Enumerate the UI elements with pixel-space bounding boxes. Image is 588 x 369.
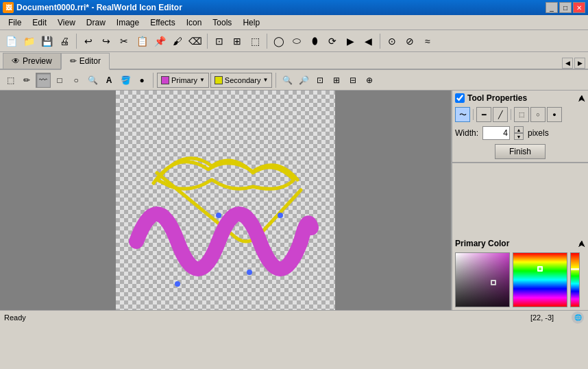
tab-navigation: ◀ ▶ — [562, 58, 585, 69]
eraser-button[interactable]: ⌫ — [187, 33, 204, 49]
fit-button[interactable]: ⊡ — [313, 73, 328, 88]
copy-image-button[interactable]: ⊡ — [211, 33, 228, 49]
brush-tools: 〜 ━ ╱ ⬚ ○ ● — [455, 107, 585, 122]
open-button[interactable]: 📁 — [21, 33, 37, 49]
tool-properties-title: Tool Properties — [467, 93, 527, 103]
pencil-tool[interactable]: ✏ — [19, 73, 34, 88]
select-all-button[interactable]: ⬚ — [247, 33, 263, 49]
smooth-brush-button[interactable]: 〜 — [455, 107, 470, 122]
grid3-button[interactable]: ⊕ — [362, 73, 377, 88]
save-button[interactable]: 💾 — [38, 33, 55, 49]
line-brush-button[interactable]: ━ — [476, 107, 491, 122]
menu-help[interactable]: Help — [237, 16, 265, 29]
titlebar-controls: _ □ ✕ — [546, 2, 585, 13]
paste-image-button[interactable]: ⊞ — [229, 33, 245, 49]
width-input[interactable] — [482, 126, 510, 140]
dot-tool[interactable]: ● — [134, 73, 149, 88]
menu-icon[interactable]: Icon — [181, 16, 208, 29]
hue-picker[interactable] — [513, 252, 567, 307]
tab-prev-button[interactable]: ◀ — [562, 58, 573, 69]
drawing-svg — [116, 91, 335, 310]
select-tool[interactable]: ⬚ — [3, 73, 18, 88]
secondary-color-swatch — [215, 76, 223, 84]
statusbar-right: [22, -3] 🌐 — [518, 311, 584, 324]
icon-canvas[interactable] — [116, 91, 335, 310]
svg-point-0 — [216, 213, 221, 218]
shape2-button[interactable]: ⬭ — [289, 33, 305, 49]
tool-properties-checkbox[interactable] — [455, 93, 465, 103]
shape3-button[interactable]: ⬮ — [306, 33, 323, 49]
tab-preview-label: Preview — [23, 56, 52, 66]
diagonal-brush-button[interactable]: ╱ — [493, 107, 508, 122]
minimize-button[interactable]: _ — [546, 2, 558, 13]
saturation-picker[interactable] — [455, 252, 510, 307]
menu-effects[interactable]: Effects — [145, 16, 180, 29]
primary-color-panel: Primary Color ⮝ — [452, 236, 588, 310]
zoom-tool[interactable]: 🔍 — [85, 73, 100, 88]
width-down-button[interactable]: ▼ — [514, 133, 524, 140]
paste-button[interactable]: 📌 — [151, 33, 168, 49]
tab-editor[interactable]: ✏ Editor — [61, 53, 110, 70]
close-button[interactable]: ✕ — [573, 2, 585, 13]
saturation-marker — [491, 280, 496, 285]
shape5-button[interactable]: ▶ — [342, 33, 358, 49]
text-tool[interactable]: A — [101, 73, 117, 88]
shape4-button[interactable]: ⟳ — [324, 33, 341, 49]
panel-spacer — [452, 163, 588, 236]
menu-tools[interactable]: Tools — [207, 16, 237, 29]
new-button[interactable]: 📄 — [3, 33, 19, 49]
curve-tool[interactable]: 〰 — [36, 73, 51, 88]
status-coords: [22, -3] — [518, 313, 566, 322]
menu-image[interactable]: Image — [111, 16, 145, 29]
menu-draw[interactable]: Draw — [81, 16, 111, 29]
copy-button[interactable]: 📋 — [134, 33, 150, 49]
tab-preview[interactable]: 👁 Preview — [3, 53, 61, 69]
extra2-button[interactable]: ⊘ — [402, 33, 418, 49]
rect-stroke-button[interactable]: ⬚ — [514, 107, 529, 122]
tab-editor-label: Editor — [79, 56, 101, 66]
canvas-area[interactable] — [0, 91, 451, 310]
primary-color-panel-title: Primary Color — [455, 239, 509, 248]
tool-properties-collapse[interactable]: ⮝ — [578, 95, 585, 102]
print-button[interactable]: 🖨 — [56, 33, 73, 49]
tab-next-button[interactable]: ▶ — [574, 58, 585, 69]
menu-file[interactable]: File — [3, 16, 27, 29]
secondary-color-button[interactable]: Secondary ▼ — [210, 73, 273, 88]
titlebar: 🖼 Document0000.rri* - RealWorld Icon Edi… — [0, 0, 588, 15]
zoom-in-button[interactable]: 🔎 — [296, 73, 311, 88]
shape1-button[interactable]: ◯ — [271, 33, 287, 49]
undo-button[interactable]: ↩ — [80, 33, 97, 49]
maximize-button[interactable]: □ — [559, 2, 572, 13]
main-toolbar: 📄 📁 💾 🖨 ↩ ↪ ✂ 📋 📌 🖌 ⌫ ⊡ ⊞ ⬚ ◯ ⬭ ⬮ ⟳ ▶ ◀ … — [0, 30, 588, 52]
ellipse-tool[interactable]: ○ — [69, 73, 84, 88]
shape6-button[interactable]: ◀ — [360, 33, 376, 49]
width-up-button[interactable]: ▲ — [514, 126, 524, 133]
paintbrush-button[interactable]: 🖌 — [169, 33, 186, 49]
hue-bar-indicator — [571, 268, 579, 270]
zoom-sep — [275, 73, 276, 88]
hue-bar[interactable] — [570, 252, 580, 307]
secondary-color-label: Secondary — [225, 76, 261, 84]
primary-color-collapse[interactable]: ⮝ — [578, 240, 585, 248]
primary-color-header: Primary Color ⮝ — [455, 239, 585, 248]
redo-button[interactable]: ↪ — [98, 33, 114, 49]
primary-color-button[interactable]: Primary ▼ — [157, 73, 209, 88]
grid2-button[interactable]: ⊟ — [345, 73, 360, 88]
menu-edit[interactable]: Edit — [27, 16, 52, 29]
tool-properties-panel: Tool Properties ⮝ 〜 ━ ╱ ⬚ ○ ● Width: — [452, 91, 588, 163]
finish-button[interactable]: Finish — [495, 144, 546, 159]
circle-stroke-button[interactable]: ○ — [530, 107, 546, 122]
separator-3 — [267, 34, 267, 49]
fill-tool[interactable]: 🪣 — [118, 73, 133, 88]
extra1-button[interactable]: ⊙ — [384, 33, 400, 49]
width-row: Width: ▲ ▼ pixels — [455, 126, 585, 140]
circle-fill-button[interactable]: ● — [547, 107, 562, 122]
zoom-out-button[interactable]: 🔍 — [280, 73, 295, 88]
grid1-button[interactable]: ⊞ — [329, 73, 344, 88]
width-spinner: ▲ ▼ — [514, 126, 524, 140]
menu-view[interactable]: View — [52, 16, 81, 29]
cut-button[interactable]: ✂ — [116, 33, 132, 49]
extra3-button[interactable]: ≈ — [419, 33, 436, 49]
rect-tool[interactable]: □ — [52, 73, 67, 88]
svg-point-3 — [175, 281, 180, 287]
